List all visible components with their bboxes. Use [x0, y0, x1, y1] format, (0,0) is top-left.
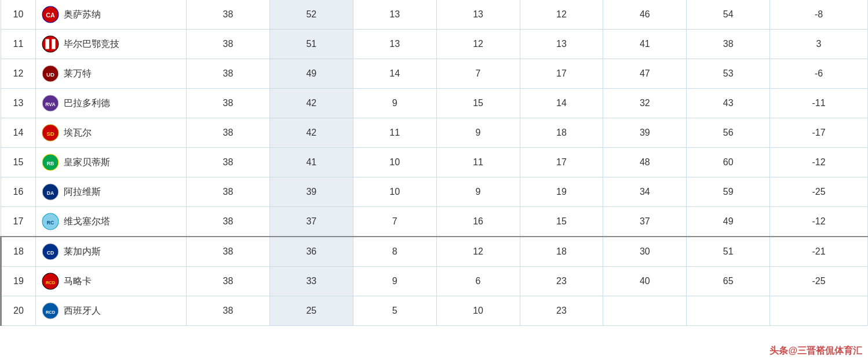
rank-cell: 10: [1, 0, 36, 30]
gf-cell: [603, 296, 687, 326]
team-logo: RB: [42, 154, 59, 171]
svg-text:RCD: RCD: [46, 280, 56, 285]
wins-cell: 13: [353, 0, 436, 30]
table-row: 20 RCD 西班牙人 38 25 5 10 23: [1, 296, 868, 326]
losses-cell: 18: [520, 237, 603, 267]
played-cell: 38: [187, 267, 270, 296]
gf-cell: 47: [603, 59, 687, 89]
svg-text:DA: DA: [47, 190, 54, 196]
team-logo: CA: [42, 6, 59, 23]
points-cell: 36: [269, 237, 353, 267]
team-name-cell: CA 奥萨苏纳: [36, 0, 187, 30]
rank-cell: 19: [1, 267, 36, 296]
table-row: 13 RVA 巴拉多利德 38 42 9 15 14 32 43 -11: [1, 89, 868, 118]
gd-cell: -11: [770, 89, 868, 118]
gd-cell: -25: [770, 267, 868, 296]
team-logo: RC: [42, 213, 59, 230]
played-cell: 38: [187, 148, 270, 177]
wins-cell: 8: [353, 237, 436, 267]
table-row: 16 DA 阿拉维斯 38 39 10 9 19 34 59 -25: [1, 177, 868, 207]
gd-cell: -12: [770, 207, 868, 237]
rank-cell: 17: [1, 207, 36, 237]
team-logo: RCD: [42, 273, 59, 290]
gd-cell: -6: [770, 59, 868, 89]
table-row: 14 SD 埃瓦尔 38 42 11 9 18 39 56 -17: [1, 118, 868, 148]
rank-cell: 15: [1, 148, 36, 177]
ga-cell: 65: [687, 267, 770, 296]
team-name-cell: UD 莱万特: [36, 59, 187, 89]
rank-cell: 13: [1, 89, 36, 118]
team-logo: CD: [42, 243, 59, 260]
ga-cell: 43: [687, 89, 770, 118]
svg-point-2: [42, 36, 59, 52]
team-label: 马略卡: [64, 275, 92, 288]
played-cell: 38: [187, 177, 270, 207]
rank-cell: 14: [1, 118, 36, 148]
team-label: 巴拉多利德: [64, 97, 110, 110]
draws-cell: 16: [436, 207, 520, 237]
gd-cell: -12: [770, 148, 868, 177]
svg-rect-3: [45, 39, 49, 49]
gf-cell: 41: [603, 30, 687, 59]
ga-cell: [687, 296, 770, 326]
table-row: 19 RCD 马略卡 38 33 9 6 23 40 65 -25: [1, 267, 868, 296]
rank-cell: 16: [1, 177, 36, 207]
team-name-cell: CD 莱加内斯: [36, 237, 187, 267]
ga-cell: 51: [687, 237, 770, 267]
ga-cell: 56: [687, 118, 770, 148]
ga-cell: 49: [687, 207, 770, 237]
points-cell: 51: [269, 30, 353, 59]
losses-cell: 17: [520, 59, 603, 89]
draws-cell: 6: [436, 267, 520, 296]
team-logo: UD: [42, 65, 59, 82]
losses-cell: 18: [520, 118, 603, 148]
wins-cell: 10: [353, 177, 436, 207]
wins-cell: 9: [353, 89, 436, 118]
standings-table: 10 CA 奥萨苏纳 38 52 13 13 12 46 54 -8 11 毕尔…: [0, 0, 868, 326]
table-row: 11 毕尔巴鄂竞技 38 51 13 12 13 41 38 3: [1, 30, 868, 59]
gf-cell: 32: [603, 89, 687, 118]
rank-cell: 20: [1, 296, 36, 326]
draws-cell: 9: [436, 177, 520, 207]
svg-text:SD: SD: [46, 130, 54, 137]
svg-text:RVA: RVA: [45, 101, 55, 107]
losses-cell: 14: [520, 89, 603, 118]
team-name-cell: RB 皇家贝蒂斯: [36, 148, 187, 177]
losses-cell: 23: [520, 296, 603, 326]
losses-cell: 17: [520, 148, 603, 177]
wins-cell: 11: [353, 118, 436, 148]
losses-cell: 23: [520, 267, 603, 296]
team-name-cell: 毕尔巴鄂竞技: [36, 30, 187, 59]
standings-table-container: 10 CA 奥萨苏纳 38 52 13 13 12 46 54 -8 11 毕尔…: [0, 0, 868, 326]
team-label: 莱加内斯: [64, 246, 101, 258]
gd-cell: -21: [770, 237, 868, 267]
played-cell: 38: [187, 237, 270, 267]
wins-cell: 7: [353, 207, 436, 237]
gd-cell: -17: [770, 118, 868, 148]
team-name-cell: SD 埃瓦尔: [36, 118, 187, 148]
gf-cell: 37: [603, 207, 687, 237]
ga-cell: 53: [687, 59, 770, 89]
team-name-cell: DA 阿拉维斯: [36, 177, 187, 207]
ga-cell: 59: [687, 177, 770, 207]
team-logo: RCD: [42, 302, 59, 320]
svg-text:CD: CD: [47, 250, 54, 256]
points-cell: 39: [269, 177, 353, 207]
svg-rect-4: [52, 39, 55, 49]
gd-cell: 3: [770, 30, 868, 59]
gd-cell: -25: [770, 177, 868, 207]
rank-cell: 18: [1, 237, 36, 267]
played-cell: 38: [187, 118, 270, 148]
wins-cell: 13: [353, 30, 436, 59]
points-cell: 42: [269, 118, 353, 148]
team-label: 毕尔巴鄂竞技: [64, 38, 119, 50]
ga-cell: 60: [687, 148, 770, 177]
team-name-cell: RC 维戈塞尔塔: [36, 207, 187, 237]
team-label: 维戈塞尔塔: [64, 216, 110, 228]
played-cell: 38: [187, 0, 270, 30]
team-label: 阿拉维斯: [64, 186, 101, 198]
team-label: 皇家贝蒂斯: [64, 157, 110, 169]
svg-text:UD: UD: [46, 71, 54, 78]
draws-cell: 13: [436, 0, 520, 30]
gf-cell: 40: [603, 267, 687, 296]
